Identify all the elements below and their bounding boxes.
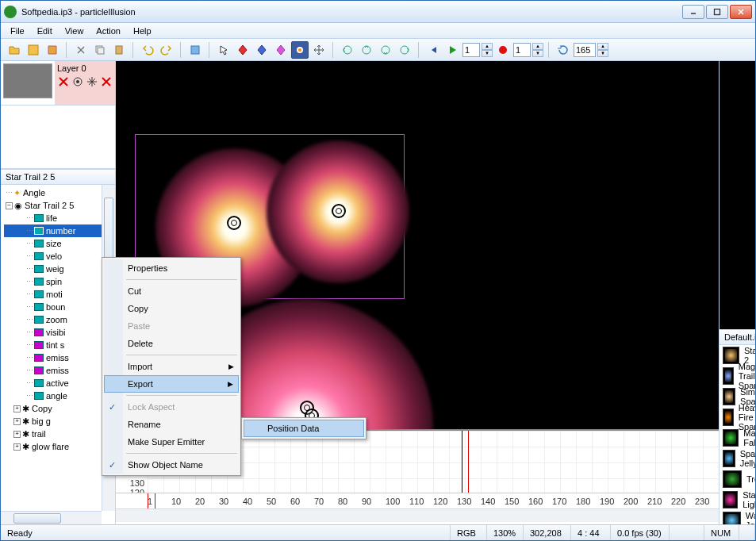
minimize-button[interactable]: [682, 5, 704, 19]
tool-play-icon[interactable]: [443, 41, 461, 59]
library-item[interactable]: Stage Lights: [720, 489, 755, 510]
ctx-rename[interactable]: Rename: [104, 416, 239, 433]
library-item[interactable]: Magic Trails Sparkle: [720, 366, 755, 386]
menu-help[interactable]: Help: [127, 25, 158, 37]
tool-blue-diamond-icon[interactable]: [253, 41, 271, 59]
layer-spark-icon[interactable]: [86, 75, 98, 88]
svg-point-13: [382, 46, 390, 54]
tree-row-extra[interactable]: +✱glow flare: [4, 440, 115, 453]
ruler-tick: 160: [528, 497, 552, 506]
menu-action[interactable]: Action: [90, 25, 127, 37]
tool-first-frame-icon[interactable]: [424, 41, 442, 59]
tree-row-root[interactable]: −◉Star Trail 2 5: [4, 199, 115, 212]
ctx-import[interactable]: Import▶: [104, 358, 239, 375]
tool-layer-icon[interactable]: [186, 41, 204, 59]
ctx-delete[interactable]: Delete: [104, 335, 239, 352]
svg-point-10: [298, 48, 301, 52]
tree-row-prop[interactable]: ⋯size: [4, 237, 115, 250]
timeline-ruler[interactable]: 1102030405060708090100110120130140150160…: [116, 493, 719, 508]
tree-scrollbar-horizontal[interactable]: [1, 511, 102, 524]
tool-book-icon[interactable]: [44, 41, 61, 59]
loop-input[interactable]: [574, 43, 596, 57]
ctx-show-name[interactable]: ✓Show Object Name: [104, 456, 239, 474]
tool-record-icon[interactable]: [494, 41, 512, 59]
tool-undo-icon[interactable]: [139, 41, 156, 59]
layer-target-icon[interactable]: [71, 75, 84, 88]
tool-emitter-icon[interactable]: [291, 41, 309, 59]
ctx-properties[interactable]: Properties: [104, 259, 239, 277]
tree-row-prop[interactable]: ⋯emiss: [4, 364, 115, 377]
timeline-playhead[interactable]: [468, 431, 469, 493]
library-item[interactable]: Heavy Fire Sparkles: [720, 407, 755, 428]
tool-cut-icon[interactable]: [72, 41, 90, 59]
library-item[interactable]: Space Jellyfish 2: [720, 448, 755, 469]
tree-row-prop[interactable]: ⋯velo: [4, 250, 115, 263]
tree-row-prop[interactable]: ⋯tint s: [4, 339, 115, 351]
tree-row-prop[interactable]: ⋯emiss: [4, 351, 115, 364]
emitter-handle[interactable]: [227, 216, 241, 230]
titlebar[interactable]: Softpedia.ip3 - particleIllusion: [1, 1, 755, 23]
tool-save-icon[interactable]: [25, 41, 42, 59]
library-item[interactable]: Matrix Falls: [720, 428, 755, 448]
loop-spinner[interactable]: ▲▼: [597, 43, 608, 57]
library-item[interactable]: Water Jet: [720, 510, 755, 524]
tool-redo-icon[interactable]: [158, 41, 175, 59]
menu-view[interactable]: View: [59, 25, 90, 37]
ctx-export[interactable]: Export▶: [104, 375, 239, 393]
tree-row-prop[interactable]: ⋯zoom: [4, 313, 115, 326]
layer-thumbnail[interactable]: [3, 63, 52, 98]
layer-delete2-icon[interactable]: [100, 75, 113, 88]
tree-row-prop[interactable]: ⋯spin: [4, 275, 115, 288]
ruler-tick: 70: [314, 497, 338, 506]
tool-move-icon[interactable]: [310, 41, 328, 59]
library-item[interactable]: Tree 1: [720, 469, 755, 489]
tool-pointer-icon[interactable]: [215, 41, 232, 59]
tool-rotate-right-icon[interactable]: [396, 41, 413, 59]
preview-3d[interactable]: [720, 61, 755, 329]
tree-row-prop[interactable]: ⋯weig: [4, 263, 115, 275]
tree-row-extra[interactable]: +✱Copy: [4, 402, 115, 415]
frame-spinner[interactable]: ▲▼: [482, 43, 493, 57]
tree-row-angle[interactable]: ⋯✦Angle: [4, 186, 115, 199]
menu-file[interactable]: File: [4, 25, 31, 37]
right-panel: Default.il3 Star Trail 2Magic Trails Spa…: [719, 61, 755, 524]
emitter-handle[interactable]: [332, 204, 346, 218]
ctx-copy[interactable]: Copy: [104, 300, 239, 317]
timeline-scrollbar[interactable]: [116, 508, 719, 522]
library-thumb: [723, 429, 739, 447]
y-label: 130: [116, 478, 144, 488]
tool-rotate-left-icon[interactable]: [339, 41, 356, 59]
scrollbar-thumb[interactable]: [13, 513, 61, 524]
ctx-make-super[interactable]: Make Super Emitter: [104, 433, 239, 451]
tool-loop-icon[interactable]: [555, 41, 572, 59]
timeline-marker[interactable]: [462, 431, 462, 493]
layer-name: Layer 0: [57, 63, 113, 73]
tree-row-prop[interactable]: ⋯active: [4, 377, 115, 389]
record-spinner[interactable]: ▲▼: [532, 43, 543, 57]
close-button[interactable]: [730, 5, 752, 19]
tree-row-prop[interactable]: ⋯life: [4, 212, 115, 224]
tool-copy-icon[interactable]: [91, 41, 109, 59]
tree-row-prop[interactable]: ⋯number: [4, 224, 115, 237]
layer-delete-icon[interactable]: [57, 75, 70, 88]
ruler-tick: 120: [433, 497, 457, 506]
tool-pink-diamond-icon[interactable]: [272, 41, 290, 59]
tool-red-diamond-icon[interactable]: [234, 41, 251, 59]
tool-paste-icon[interactable]: [110, 41, 128, 59]
tool-open-icon[interactable]: [6, 41, 23, 59]
tool-rotate-down-icon[interactable]: [377, 41, 394, 59]
current-frame-input[interactable]: [462, 43, 480, 57]
ctx-position-data[interactable]: Position Data: [244, 420, 364, 437]
tool-rotate-up-icon[interactable]: [358, 41, 375, 59]
record-frame-input[interactable]: [513, 43, 531, 57]
menu-edit[interactable]: Edit: [31, 25, 59, 37]
maximize-button[interactable]: [706, 5, 728, 19]
tree-row-prop[interactable]: ⋯boun: [4, 301, 115, 313]
tree-row-prop[interactable]: ⋯angle: [4, 389, 115, 402]
tree-row-extra[interactable]: +✱trail: [4, 428, 115, 440]
tree-row-prop[interactable]: ⋯visibi: [4, 326, 115, 339]
ctx-cut[interactable]: Cut: [104, 282, 239, 300]
app-icon: [4, 6, 17, 18]
tree-row-extra[interactable]: +✱big g: [4, 415, 115, 428]
tree-row-prop[interactable]: ⋯moti: [4, 288, 115, 301]
